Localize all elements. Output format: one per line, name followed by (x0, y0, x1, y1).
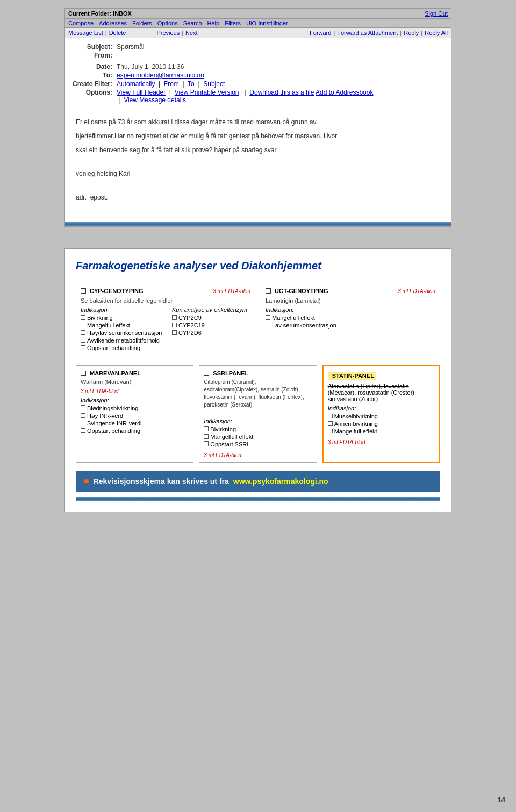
rekvisisjon-bar: ■ Rekvisisjonsskjema kan skrives ut fra … (76, 471, 440, 492)
body-text-3: skal ein henvende seg for å få tatt ei s… (76, 145, 440, 155)
view-printable-link[interactable]: View Printable Version (175, 89, 239, 96)
marevan-cb-2 (81, 413, 85, 418)
date-value: Thu, July 1, 2010 11:36 (114, 62, 375, 71)
ssri-checkbox-icon (204, 371, 209, 376)
message-list-link[interactable]: Message List (68, 30, 103, 36)
options-value: View Full Header | View Printable Versio… (114, 88, 375, 104)
ugt-indikasjon: Indikasjon: (266, 307, 435, 313)
search-link[interactable]: Search (183, 20, 202, 26)
add-addressbook-link[interactable]: Add to Addressbook (316, 89, 373, 96)
marevan-checkbox-icon (81, 371, 86, 376)
ugt-cb-2 (266, 323, 270, 327)
statin-cb-3 (328, 429, 333, 433)
ssri-title-text: SSRI-PANEL (213, 370, 248, 376)
enzyme-cb-2 (172, 323, 177, 327)
enzyme-3: CYP2D6 (172, 330, 250, 336)
date-row: Date: Thu, July 1, 2010 11:36 (70, 62, 375, 71)
create-filter-value: Automatically | From | To | Subject (114, 80, 375, 88)
view-message-details-link[interactable]: View Message details (124, 96, 186, 104)
uio-link[interactable]: UiO-innstillinger (246, 20, 288, 26)
forward-attachment-link[interactable]: Forward as Attachment (337, 30, 398, 36)
enzyme-cb-1 (172, 315, 177, 320)
toolbar-right: Forward | Forward as Attachment | Reply … (310, 30, 448, 36)
folders-link[interactable]: Folders (132, 20, 152, 26)
options-link[interactable]: Options (157, 20, 178, 26)
email-toolbar: Message List | Delete Previous | Next Fo… (65, 28, 451, 38)
from-row: From: (70, 51, 375, 62)
download-file-link[interactable]: Download this as a file (249, 89, 314, 96)
sign-out-link[interactable]: Sign Out (425, 10, 448, 17)
ugt-item-2: Lav serumkonsentrasjon (266, 322, 435, 329)
subject-row: Subject: Spørsmål (70, 42, 375, 51)
compose-link[interactable]: Compose (68, 20, 94, 26)
cyp-cb-2 (81, 323, 85, 327)
auto-filter-link[interactable]: Automatically (117, 80, 155, 88)
marevan-cb-4 (81, 428, 85, 433)
statin-item-1: Muskelbivirkning (328, 413, 435, 419)
statin-item-2: Annen bivirkning (328, 421, 435, 427)
marevan-title-text: MAREVAN-PANEL (90, 370, 141, 376)
epost-link[interactable]: epost. (90, 194, 108, 201)
ssri-item-1: Bivirkning (204, 426, 312, 432)
email-body: Er ei dame på 73 år som akkurat i disse … (65, 109, 451, 217)
addresses-link[interactable]: Addresses (99, 20, 127, 26)
next-link[interactable]: Next (185, 30, 198, 36)
cyp-cb-4 (81, 338, 85, 343)
ssri-item-2: Mangelfull effekt (204, 433, 312, 440)
cyp-cb-1 (81, 315, 85, 320)
statin-subtitle-1: Atorvastatin (Lipitor), lovastatin (328, 383, 435, 389)
reply-link[interactable]: Reply (404, 30, 419, 36)
ugt-checkbox-icon (266, 288, 271, 294)
to-label: To: (70, 71, 114, 80)
from-filter-link[interactable]: From (164, 80, 179, 88)
cyp-card-header: CYP-GENOTYPING 3 ml EDTA-blod (81, 288, 250, 294)
kun-analyse-section: Kun analyse av enkeltenzym CYP2C9 CYP2C1… (167, 307, 250, 352)
ugt-item-1: Mangelfull effekt (266, 315, 435, 321)
cyp-card-title: CYP-GENOTYPING (81, 288, 144, 294)
statin-subtitle-3: simvastatin (Zocor) (328, 396, 435, 402)
to-row: To: espen.molden@farmasi.uio.no (70, 71, 375, 80)
cyp-item-4: Avvikende metabolittforhold (81, 337, 164, 344)
ssri-cb-1 (204, 426, 209, 431)
reply-all-link[interactable]: Reply All (425, 30, 448, 36)
marevan-item-4: Oppstart behandling (81, 428, 189, 434)
kun-analyse-label: Kun analyse av enkeltenzym (172, 307, 250, 313)
marevan-etda: 3 ml ETDA-blod (81, 388, 119, 394)
cyp-ugt-grid: CYP-GENOTYPING 3 ml EDTA-blod Se bakside… (76, 283, 440, 357)
email-header-bar: Current Folder: INBOX Sign Out (65, 9, 451, 19)
folder-label: Current Folder: INBOX (68, 10, 132, 17)
help-link[interactable]: Help (207, 20, 220, 26)
to-email-link[interactable]: espen.molden@farmasi.uio.no (117, 72, 204, 79)
forward-link[interactable]: Forward (310, 30, 331, 36)
email-meta: Subject: Spørsmål From: Date: Thu, July … (65, 38, 451, 109)
delete-link[interactable]: Delete (109, 30, 126, 36)
options-row: Options: View Full Header | View Printab… (70, 88, 375, 104)
create-filter-row: Create Filter: Automatically | From | To… (70, 80, 375, 88)
from-box (117, 52, 213, 60)
toolbar-left: Message List | Delete Previous | Next (68, 30, 198, 36)
ugt-card: UGT-GENOYTPING 3 ml EDTA-blod Lamotrigin… (261, 283, 440, 357)
filters-link[interactable]: Filters (225, 20, 241, 26)
bottom-grid: MAREVAN-PANEL Warfarin (Marevan) 3 ml ET… (76, 365, 440, 463)
previous-link[interactable]: Previous (156, 30, 180, 36)
cyp-item-5: Oppstart behandling (81, 345, 164, 351)
statin-etda: 3 ml EDTA-blod (328, 439, 366, 445)
view-full-header-link[interactable]: View Full Header (117, 89, 166, 96)
cyp-indikasjon: Indikasjon: (81, 307, 164, 313)
statin-subtitle-2: (Mevacor), rosuvastatin (Crestor), (328, 389, 435, 396)
rekvisisjon-link[interactable]: www.psykofarmakologi.no (233, 477, 328, 486)
statin-indikasjon: Indikasjon: (328, 405, 435, 411)
pharma-title: Farmakogenetiske analyser ved Diakonhjem… (76, 260, 440, 272)
body-text-7: adr. epost. (76, 193, 440, 202)
rekvisisjon-text: Rekvisisjonsskjema kan skrives ut fra (94, 477, 229, 486)
from-label: From: (70, 51, 114, 62)
cyp-etda: 3 ml EDTA-blod (213, 288, 250, 294)
page-number: 14 (498, 796, 505, 804)
ssri-etda: 3 ml EDTA-blod (204, 452, 241, 458)
subject-filter-link[interactable]: Subject (203, 80, 225, 88)
date-label: Date: (70, 62, 114, 71)
ssri-subtitle: Citalopram (Cipramil), escitalopram(Cipr… (204, 379, 312, 409)
to-filter-link[interactable]: To (188, 80, 195, 88)
marevan-indikasjon: Indikasjon: (81, 397, 189, 403)
email-panel: Current Folder: INBOX Sign Out Compose A… (64, 8, 452, 227)
